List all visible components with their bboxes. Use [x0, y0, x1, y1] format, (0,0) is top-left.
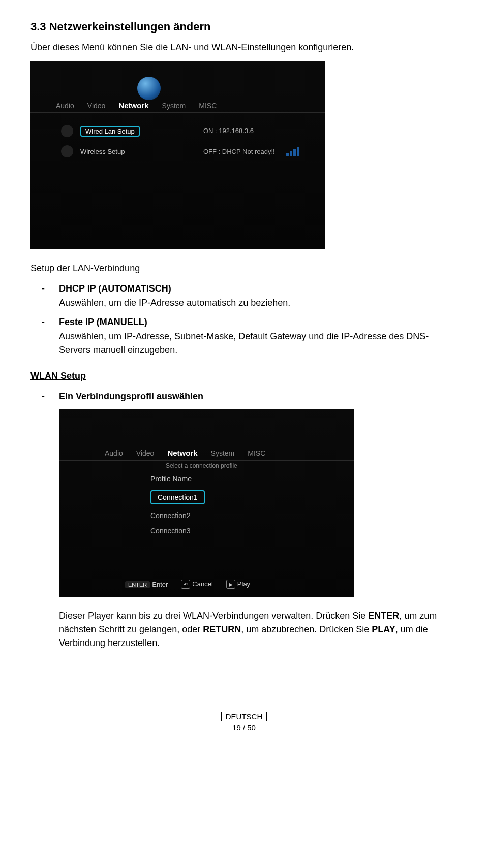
- wired-icon: [61, 125, 73, 137]
- tab-video: Video: [87, 102, 106, 110]
- tab-system: System: [162, 102, 186, 110]
- profile-connection1: Connection1: [150, 490, 205, 504]
- profile-connection3: Connection3: [150, 527, 205, 535]
- tab2-system: System: [211, 449, 235, 457]
- tab-network: Network: [118, 101, 148, 110]
- wireless-label: Wireless Setup: [80, 148, 167, 155]
- wlan-subheading: WLAN Setup: [30, 369, 458, 383]
- screenshot-wlan-profile: Audio Video Network System MISC Select a…: [59, 409, 354, 597]
- tab2-audio: Audio: [105, 449, 123, 457]
- tab2-network: Network: [167, 448, 197, 457]
- festeip-body: Auswählen, um IP-Adresse, Subnet-Maske, …: [59, 330, 458, 357]
- festeip-title: Feste IP (MANUELL): [59, 317, 458, 328]
- profile-connection2: Connection2: [150, 511, 205, 520]
- tab2-video: Video: [136, 449, 155, 457]
- intro-paragraph: Über dieses Menü können Sie die LAN- und…: [30, 41, 458, 54]
- hint-play: ▶Play: [226, 580, 250, 589]
- wireless-status: OFF : DHCP Not ready!!: [203, 148, 275, 155]
- list-item-dhcp: - DHCP IP (AUTOMATISCH) Auswählen, um di…: [59, 283, 458, 310]
- wired-lan-status: ON : 192.168.3.6: [203, 127, 254, 135]
- hint-cancel: ↶Cancel: [181, 580, 212, 589]
- wlan-description: Dieser Player kann bis zu drei WLAN-Verb…: [59, 609, 458, 650]
- hint-enter: ENTEREnter: [125, 581, 168, 588]
- hint-row: ENTEREnter ↶Cancel ▶Play: [125, 580, 250, 589]
- dhcp-title: DHCP IP (AUTOMATISCH): [59, 283, 458, 294]
- lan-subheading: Setup der LAN-Verbindung: [30, 262, 458, 275]
- profile-name-header: Profile Name: [150, 475, 205, 483]
- list-item-wlan-profile: - Ein Verbindungsprofil auswählen: [59, 391, 458, 402]
- tab-audio: Audio: [56, 102, 74, 110]
- select-profile-hint: Select a connection profile: [166, 462, 237, 469]
- wlan-item-title: Ein Verbindungsprofil auswählen: [59, 391, 458, 402]
- signal-icon: [286, 147, 299, 156]
- screenshot-network-setup: Audio Video Network System MISC Wired La…: [30, 61, 325, 249]
- globe-icon: [137, 77, 161, 100]
- tab-misc: MISC: [199, 102, 217, 110]
- tab2-misc: MISC: [248, 449, 265, 457]
- tabs-row: Audio Video Network System MISC: [56, 101, 217, 110]
- footer-page-number: 19 / 50: [232, 723, 256, 732]
- wired-lan-label: Wired Lan Setup: [80, 126, 140, 137]
- footer-language: DEUTSCH: [221, 712, 267, 721]
- tabs-row-2: Audio Video Network System MISC: [105, 448, 265, 457]
- list-item-feste-ip: - Feste IP (MANUELL) Auswählen, um IP-Ad…: [59, 317, 458, 357]
- wireless-icon: [61, 145, 73, 157]
- page-footer: DEUTSCH 19 / 50: [30, 711, 458, 733]
- section-heading: 3.3 Netzwerkeinstellungen ändern: [30, 20, 458, 34]
- dhcp-body: Auswählen, um die IP-Adresse automatisch…: [59, 296, 458, 310]
